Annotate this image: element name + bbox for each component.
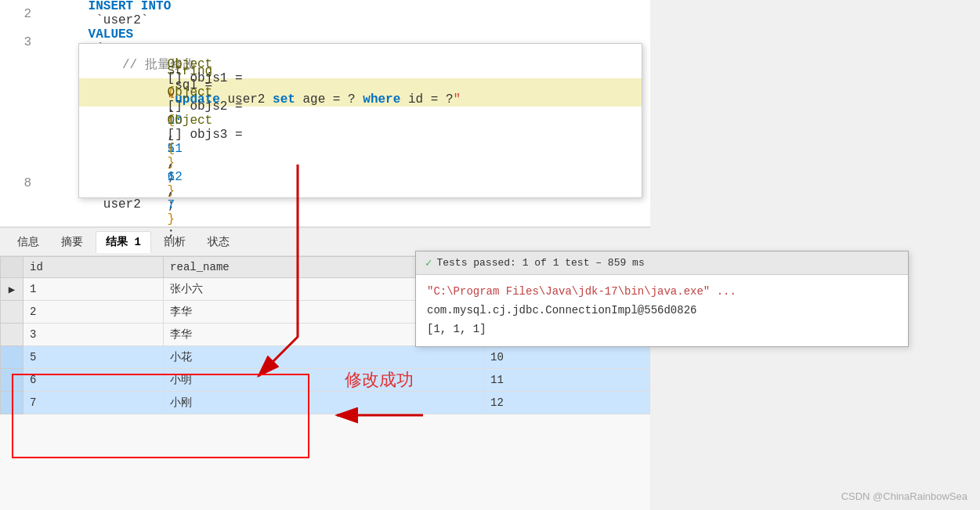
- cell-age: 11: [484, 369, 650, 392]
- tab-info[interactable]: 信息: [8, 232, 49, 252]
- tab-summary[interactable]: 摘要: [52, 232, 92, 252]
- check-icon: ✓: [425, 256, 432, 269]
- table-row-selected[interactable]: 6 小明 11: [1, 369, 650, 392]
- test-conn-line: com.mysql.cj.jdbc.ConnectionImpl@556d082…: [427, 302, 897, 320]
- test-result-text: [1, 1, 1]: [427, 323, 486, 335]
- cell-realname: 小花: [164, 346, 484, 369]
- test-panel-body: "C:\Program Files\Java\jdk-17\bin\java.e…: [416, 275, 908, 346]
- row-indicator: [1, 346, 24, 369]
- row-indicator: ▶: [1, 278, 24, 301]
- test-path-text: "C:\Program Files\Java\jdk-17\bin\java.e…: [427, 285, 736, 298]
- col-header-id: id: [24, 257, 164, 278]
- success-message: 修改成功: [345, 368, 414, 392]
- cell-realname: 小明: [164, 369, 484, 392]
- test-result-line: [1, 1, 1]: [427, 320, 897, 339]
- popup-line-7: Object [] objs3 = { 12 , 7 } ;: [79, 163, 642, 191]
- test-panel-header: ✓ Tests passed: 1 of 1 test – 859 ms: [416, 251, 908, 275]
- cell-realname: 小刚: [164, 392, 484, 414]
- row-indicator: [1, 301, 24, 324]
- test-conn-text: com.mysql.cj.jdbc.ConnectionImpl@556d082…: [427, 304, 696, 316]
- cell-id: 1: [24, 278, 164, 301]
- table-row-selected[interactable]: 7 小刚 12: [1, 392, 650, 414]
- test-path-line: "C:\Program Files\Java\jdk-17\bin\java.e…: [427, 283, 897, 302]
- row-indicator-header: [1, 257, 24, 278]
- cell-id: 5: [24, 346, 164, 369]
- table-row-selected[interactable]: 5 小花 10: [1, 346, 650, 369]
- row-indicator: [1, 369, 24, 392]
- cell-id: 6: [24, 369, 164, 392]
- cell-age: 12: [484, 392, 650, 414]
- cell-id: 7: [24, 392, 164, 414]
- cell-id: 3: [24, 324, 164, 346]
- row-indicator: [1, 324, 24, 346]
- cell-id: 2: [24, 301, 164, 324]
- code-popup: // 批量修改 String sql = "update user2 set a…: [78, 43, 642, 198]
- cell-age: 10: [484, 346, 650, 369]
- watermark: CSDN @ChinaRainbowSea: [841, 490, 967, 502]
- test-panel: ✓ Tests passed: 1 of 1 test – 859 ms "C:…: [415, 251, 909, 347]
- test-status-text: Tests passed: 1 of 1 test – 859 ms: [436, 257, 644, 269]
- row-indicator: [1, 392, 24, 414]
